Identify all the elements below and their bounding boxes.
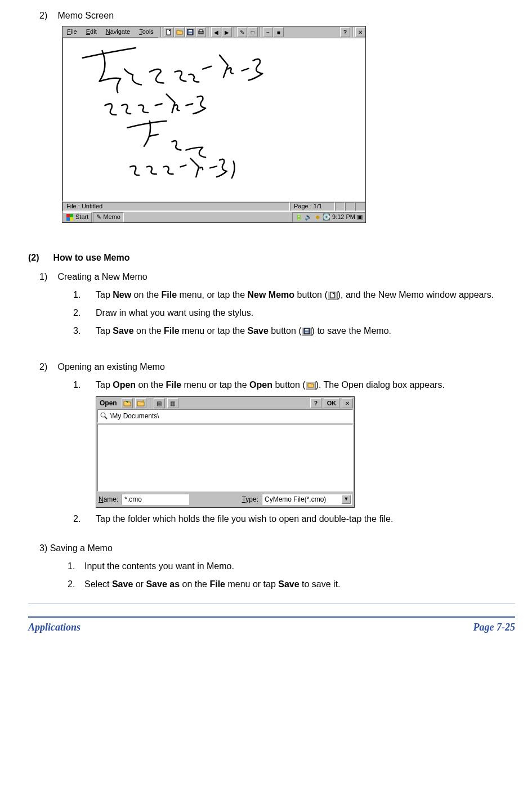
eraser-button[interactable]: □: [248, 27, 258, 37]
dialog-bottom: Name: Type: CyMemo File(*.cmo) ▼: [96, 491, 354, 507]
dialog-titlebar: Open ▤ ▥ ? OK ✕: [96, 397, 354, 409]
name-label: Name:: [99, 494, 118, 504]
svg-rect-7: [70, 214, 73, 217]
step-item: 2. Select Save or Save as on the File me…: [68, 578, 515, 591]
print-button[interactable]: [196, 27, 206, 37]
menu-tools[interactable]: Tools: [135, 26, 158, 38]
svg-rect-2: [189, 30, 192, 32]
tray-icon: 🔊: [305, 212, 312, 222]
menubar: File Edit Navigate Tools: [62, 26, 158, 38]
svg-rect-10: [330, 292, 334, 298]
pen-button[interactable]: ✎: [237, 27, 247, 37]
prev-button[interactable]: ◀: [211, 27, 221, 37]
close-button[interactable]: ✕: [355, 27, 365, 37]
divider: [260, 27, 261, 37]
dialog-title: Open: [97, 398, 119, 408]
svg-rect-9: [70, 217, 73, 221]
status-blank1: [335, 202, 345, 211]
memo-app-window: File Edit Navigate Tools ◀ ▶ ✎ □: [62, 26, 366, 223]
step-list: 2. Tap the folder which holds the file y…: [73, 512, 515, 526]
next-button[interactable]: ▶: [222, 27, 232, 37]
save-icon: [302, 327, 312, 336]
taskbar: Start ✎ Memo 🔋 🔊 ☻ 💽 9:12 PM ▣: [62, 211, 365, 222]
stop-button[interactable]: ■: [274, 27, 284, 37]
status-bar: File : Untitled Page : 1/1: [62, 201, 365, 211]
menu-navigate[interactable]: Navigate: [101, 26, 135, 38]
svg-point-14: [101, 413, 105, 417]
sub-heading: 3) Saving a Memo: [39, 542, 515, 555]
menu-edit[interactable]: Edit: [82, 26, 101, 38]
item-title: Memo Screen: [57, 11, 114, 20]
section-header: 2) Memo Screen: [39, 9, 515, 23]
divider: [160, 27, 162, 37]
step-item: 2. Tap the folder which holds the file y…: [73, 512, 515, 526]
new-folder-button[interactable]: [135, 398, 146, 408]
svg-rect-12: [305, 329, 309, 330]
step-list: 1. Input the contents you want in Memo. …: [68, 560, 515, 591]
help-button[interactable]: ?: [340, 27, 350, 37]
divider: [352, 27, 354, 37]
section-heading: (2) How to use Memo: [28, 251, 515, 265]
footer-right: Page 7-25: [473, 620, 515, 635]
svg-rect-3: [189, 33, 192, 34]
close-button[interactable]: ✕: [342, 398, 353, 408]
status-page: Page : 1/1: [290, 202, 335, 211]
sub-heading: 1) Creating a New Memo: [39, 270, 515, 284]
svg-rect-13: [305, 332, 309, 333]
list-view-button[interactable]: ▤: [154, 398, 165, 408]
status-file: File : Untitled: [62, 202, 290, 211]
svg-line-15: [105, 417, 107, 419]
svg-rect-6: [66, 214, 70, 217]
save-button[interactable]: [185, 27, 195, 37]
search-icon: [100, 412, 108, 420]
type-label: Type:: [242, 494, 258, 504]
status-blank3: [355, 202, 365, 211]
help-button[interactable]: ?: [310, 398, 321, 408]
step-item: 3. Tap Save on the File menu or tap the …: [73, 324, 515, 338]
sub-heading: 2) Opening an existing Memo: [39, 360, 515, 374]
ok-button[interactable]: OK: [324, 398, 339, 408]
page-footer: Applications Page 7-25: [28, 616, 515, 635]
tray-icon: ☻: [314, 212, 321, 222]
step-item: 1. Tap Open on the File menu or tap the …: [73, 378, 515, 392]
step-item: 2. Draw in what you want using the stylu…: [73, 306, 515, 320]
handwriting-svg: [63, 38, 365, 200]
drawing-canvas[interactable]: [62, 38, 365, 201]
toolbar: ◀ ▶ ✎ □ − ■ ? ✕: [158, 26, 365, 38]
step-list: 1. Tap Open on the File menu or tap the …: [73, 378, 515, 392]
task-memo[interactable]: ✎ Memo: [93, 212, 124, 222]
menu-file[interactable]: File: [62, 26, 82, 38]
name-input[interactable]: [122, 494, 189, 505]
svg-rect-5: [199, 30, 203, 32]
file-list[interactable]: [97, 424, 353, 491]
svg-rect-0: [167, 29, 171, 35]
item-number: 2): [39, 9, 55, 23]
svg-rect-8: [66, 217, 70, 221]
path-bar[interactable]: \My Documents\: [97, 409, 353, 423]
status-blank2: [345, 202, 355, 211]
open-dialog: Open ▤ ▥ ? OK ✕ \My Documents\ Name: Typ…: [96, 396, 355, 508]
up-folder-button[interactable]: [122, 398, 133, 408]
tray-icon: 💽: [323, 212, 330, 222]
minus-button[interactable]: −: [263, 27, 273, 37]
divider: [234, 27, 235, 37]
new-memo-icon: [328, 291, 338, 300]
system-tray: 🔋 🔊 ☻ 💽 9:12 PM ▣: [292, 212, 365, 222]
type-select[interactable]: CyMemo File(*.cmo) ▼: [262, 494, 352, 505]
start-button[interactable]: Start: [62, 212, 92, 222]
tray-icon: 🔋: [295, 212, 303, 222]
tray-time: 9:12 PM: [332, 212, 355, 222]
step-item: 1. Tap New on the File menu, or tap the …: [73, 288, 515, 302]
path-text: \My Documents\: [110, 411, 159, 421]
open-button[interactable]: [175, 27, 185, 37]
details-view-button[interactable]: ▥: [167, 398, 178, 408]
step-item: 1. Input the contents you want in Memo.: [68, 560, 515, 573]
footer-left: Applications: [28, 620, 81, 635]
chevron-down-icon: ▼: [342, 495, 351, 504]
desktop-icon[interactable]: ▣: [357, 212, 363, 222]
open-icon: [306, 381, 316, 390]
step-list: 1. Tap New on the File menu, or tap the …: [73, 288, 515, 338]
divider: [208, 27, 209, 37]
pencil-icon: ✎: [96, 212, 101, 222]
new-memo-button[interactable]: [164, 27, 174, 37]
